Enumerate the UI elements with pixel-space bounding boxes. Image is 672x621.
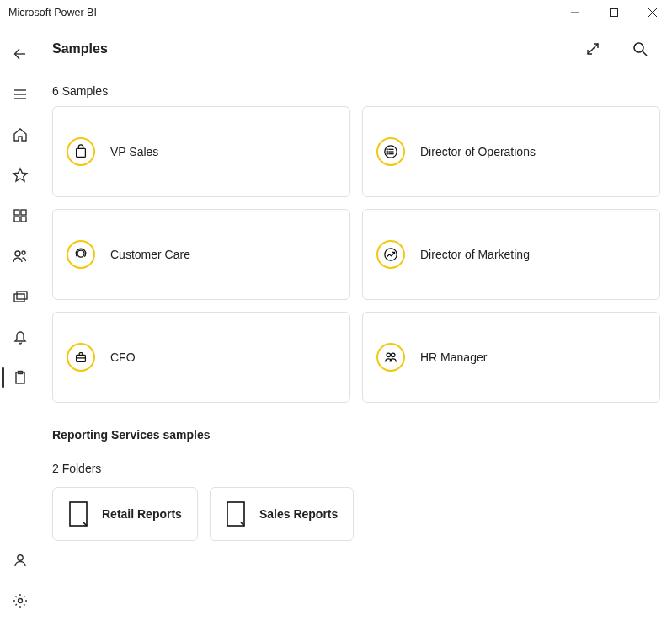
svg-marker-8 bbox=[13, 169, 27, 181]
svg-rect-38 bbox=[70, 502, 87, 526]
chart-up-icon bbox=[383, 247, 398, 262]
sample-label: HR Manager bbox=[420, 351, 487, 364]
svg-rect-1 bbox=[611, 9, 618, 17]
sample-card[interactable]: Director of Marketing bbox=[362, 209, 660, 300]
svg-point-37 bbox=[391, 353, 395, 357]
expand-icon bbox=[584, 40, 602, 58]
svg-rect-11 bbox=[14, 217, 19, 222]
samples-count-label: 6 Samples bbox=[52, 84, 660, 98]
maximize-icon bbox=[609, 8, 619, 18]
svg-point-32 bbox=[77, 250, 84, 257]
sample-icon-customer-care bbox=[67, 240, 95, 269]
samples-grid: VP Sales Director of Operations Customer… bbox=[52, 106, 660, 403]
svg-point-14 bbox=[22, 251, 25, 254]
nav-account[interactable] bbox=[0, 540, 40, 581]
folder-icon bbox=[226, 501, 248, 527]
close-icon bbox=[648, 8, 658, 18]
star-icon bbox=[12, 167, 29, 184]
folder-card[interactable]: Sales Reports bbox=[210, 487, 354, 541]
minimize-button[interactable] bbox=[556, 0, 595, 25]
minimize-icon bbox=[570, 8, 580, 18]
folders-row: Retail Reports Sales Reports bbox=[52, 487, 660, 541]
svg-rect-39 bbox=[227, 502, 244, 526]
shared-icon bbox=[12, 248, 29, 265]
headset-icon bbox=[73, 247, 88, 262]
sample-label: Director of Operations bbox=[420, 145, 536, 158]
svg-line-21 bbox=[588, 44, 598, 54]
sample-label: Customer Care bbox=[110, 248, 190, 261]
svg-point-29 bbox=[387, 149, 387, 150]
nav-clipboard[interactable] bbox=[0, 357, 40, 398]
nav-favorites[interactable] bbox=[0, 155, 40, 195]
main-content: Samples 6 Samples VP Sales bbox=[40, 25, 672, 621]
sample-card[interactable]: HR Manager bbox=[362, 312, 660, 403]
nav-apps[interactable] bbox=[0, 195, 40, 236]
svg-rect-9 bbox=[14, 210, 19, 215]
gear-icon bbox=[12, 592, 29, 609]
apps-icon bbox=[12, 207, 29, 224]
sample-label: Director of Marketing bbox=[420, 248, 530, 261]
svg-point-20 bbox=[18, 599, 22, 603]
nav-shared[interactable] bbox=[0, 236, 40, 276]
svg-point-13 bbox=[15, 251, 20, 256]
svg-point-30 bbox=[387, 151, 387, 152]
folder-label: Sales Reports bbox=[259, 507, 338, 521]
svg-line-23 bbox=[643, 51, 647, 56]
home-icon bbox=[12, 126, 29, 143]
svg-rect-16 bbox=[17, 292, 27, 299]
search-icon bbox=[631, 40, 649, 58]
svg-point-22 bbox=[634, 43, 643, 52]
sample-icon-vp-sales bbox=[67, 137, 95, 166]
page-title: Samples bbox=[52, 41, 108, 56]
folder-card[interactable]: Retail Reports bbox=[52, 487, 198, 541]
people-icon bbox=[383, 350, 398, 365]
shopping-bag-icon bbox=[73, 144, 88, 159]
sample-icon-hr bbox=[376, 343, 405, 372]
back-icon bbox=[12, 46, 29, 62]
sample-icon-cfo bbox=[67, 343, 95, 372]
svg-point-31 bbox=[387, 153, 387, 154]
clipboard-icon bbox=[12, 369, 29, 386]
svg-point-36 bbox=[387, 353, 391, 357]
search-button[interactable] bbox=[620, 29, 660, 69]
bell-icon bbox=[12, 329, 29, 345]
close-button[interactable] bbox=[633, 0, 672, 25]
sample-icon-marketing bbox=[376, 240, 405, 269]
list-circle-icon bbox=[383, 144, 398, 159]
sample-card[interactable]: Customer Care bbox=[52, 209, 350, 300]
sample-label: VP Sales bbox=[110, 145, 158, 158]
sample-card[interactable]: VP Sales bbox=[52, 106, 350, 197]
back-button[interactable] bbox=[0, 34, 40, 74]
folder-icon bbox=[68, 501, 90, 527]
nav-workspaces[interactable] bbox=[0, 276, 40, 317]
left-nav-rail bbox=[0, 25, 40, 621]
nav-notifications[interactable] bbox=[0, 317, 40, 357]
sample-label: CFO bbox=[110, 351, 136, 364]
svg-rect-15 bbox=[14, 294, 24, 302]
nav-settings[interactable] bbox=[0, 581, 40, 621]
sample-card[interactable]: CFO bbox=[52, 312, 350, 403]
svg-rect-24 bbox=[77, 148, 86, 157]
svg-rect-12 bbox=[21, 217, 26, 222]
window-title: Microsoft Power BI bbox=[8, 7, 97, 19]
folder-label: Retail Reports bbox=[102, 507, 182, 521]
hamburger-icon bbox=[12, 86, 29, 103]
person-icon bbox=[12, 552, 29, 569]
section-heading: Reporting Services samples bbox=[52, 428, 660, 442]
workspaces-icon bbox=[12, 288, 29, 305]
page-toolbar: Samples bbox=[52, 25, 660, 72]
maximize-button[interactable] bbox=[595, 0, 633, 25]
window-titlebar: Microsoft Power BI bbox=[0, 0, 672, 25]
briefcase-icon bbox=[73, 350, 88, 365]
nav-home[interactable] bbox=[0, 115, 40, 155]
svg-point-19 bbox=[17, 555, 22, 560]
folders-count-label: 2 Folders bbox=[52, 462, 660, 475]
svg-rect-10 bbox=[21, 210, 26, 215]
sample-icon-operations bbox=[376, 137, 405, 166]
hamburger-button[interactable] bbox=[0, 74, 40, 115]
fullscreen-button[interactable] bbox=[573, 29, 613, 69]
sample-card[interactable]: Director of Operations bbox=[362, 106, 660, 197]
